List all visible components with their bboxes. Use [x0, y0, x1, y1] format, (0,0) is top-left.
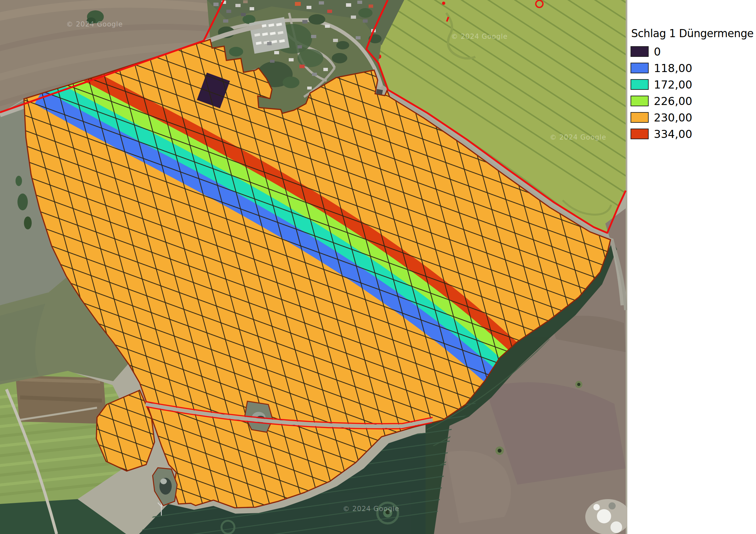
legend-row: 118,00 — [631, 63, 692, 73]
legend-swatch-0 — [631, 46, 649, 57]
legend-swatch-118 — [631, 63, 649, 73]
watermark-text: © 2024 Google — [66, 20, 123, 28]
map-canvas: © 2024 Google © 2024 Google © 2024 Googl… — [0, 0, 627, 534]
legend-row: 172,00 — [631, 79, 692, 90]
satellite-map: © 2024 Google © 2024 Google © 2024 Googl… — [0, 0, 627, 534]
legend-label: 226,00 — [654, 95, 692, 108]
legend-swatch-226 — [631, 96, 649, 106]
legend-row: 230,00 — [631, 112, 692, 123]
legend-swatch-172 — [631, 79, 649, 90]
fertilizer-map-screen: © 2024 Google © 2024 Google © 2024 Googl… — [0, 0, 756, 534]
legend-row: 0 — [631, 46, 692, 57]
legend-rows: 0 118,00 172,00 226,00 230,00 334,00 — [631, 46, 692, 145]
legend-row: 226,00 — [631, 96, 692, 106]
legend-swatch-334 — [631, 129, 649, 139]
watermark-text: © 2024 Google — [451, 33, 508, 40]
legend-label: 334,00 — [654, 128, 692, 140]
legend-label: 230,00 — [654, 111, 692, 124]
legend-swatch-230 — [631, 112, 649, 123]
legend-label: 0 — [654, 45, 661, 58]
legend-label: 118,00 — [654, 62, 692, 75]
watermark-text: © 2024 Google — [343, 505, 399, 513]
legend-label: 172,00 — [654, 78, 692, 91]
red-dot-marker — [442, 2, 445, 5]
legend-row: 334,00 — [631, 129, 692, 139]
legend-panel: Schlag 1 Düngermenge 0 118,00 172,00 226… — [627, 0, 756, 534]
legend-title: Schlag 1 Düngermenge — [631, 27, 753, 40]
watermark-text: © 2024 Google — [550, 134, 606, 141]
